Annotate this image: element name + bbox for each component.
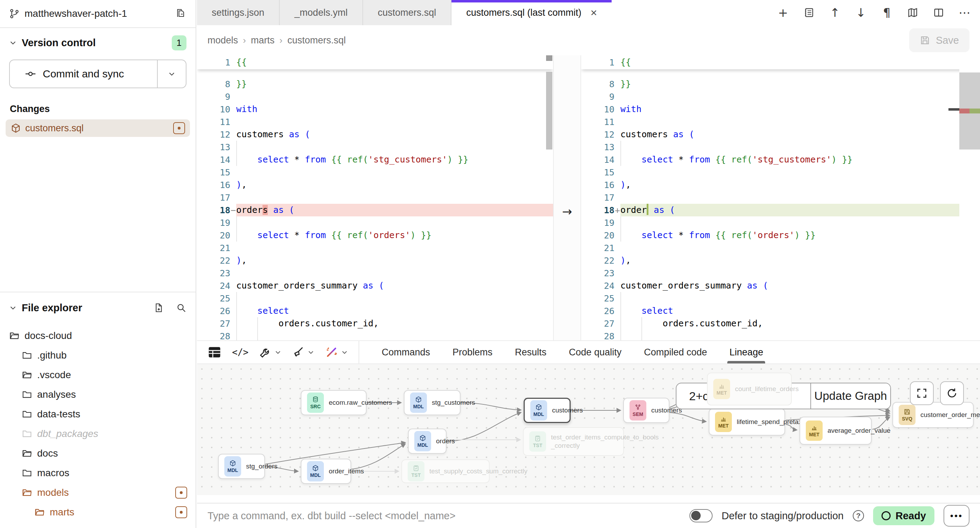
help-icon[interactable]: ?: [853, 510, 864, 521]
revert-change-arrow-icon[interactable]: →: [559, 204, 575, 219]
code-line-23[interactable]: 23: [581, 267, 980, 279]
more-options-icon[interactable]: ⋯: [957, 6, 972, 20]
lineage-node-order-items[interactable]: MDLorder_items: [301, 459, 351, 484]
panel-tab-lineage[interactable]: Lineage: [729, 341, 763, 363]
code-line-16[interactable]: 16),: [581, 179, 980, 191]
update-graph-button[interactable]: Update Graph: [810, 384, 890, 409]
copy-branch-icon[interactable]: [175, 8, 186, 19]
refresh-button[interactable]: [940, 381, 964, 405]
tree-item-dbt-packages[interactable]: dbt_packages: [0, 424, 196, 444]
defer-toggle[interactable]: [689, 509, 713, 522]
code-icon[interactable]: </>: [232, 347, 248, 357]
close-tab-icon[interactable]: ×: [590, 7, 597, 18]
tree-item-marts[interactable]: marts: [0, 503, 196, 522]
commit-and-sync-button[interactable]: Commit and sync: [9, 60, 186, 88]
code-line-19[interactable]: 19: [197, 216, 553, 229]
lineage-node-average-order-value[interactable]: METaverage_order_value: [800, 417, 872, 445]
code-line-17[interactable]: 17: [581, 191, 980, 204]
code-line-28[interactable]: 28: [581, 330, 980, 340]
lineage-node-orders-model[interactable]: MDLorders: [408, 428, 447, 454]
tree-item-vscode[interactable]: .vscode: [0, 365, 196, 385]
code-line-17[interactable]: 17: [197, 191, 553, 204]
lineage-node-ecom-raw-customers[interactable]: SRCecom.raw_customers: [301, 390, 367, 415]
code-line-25[interactable]: 25: [197, 292, 553, 304]
tab--models-yml[interactable]: _models.yml: [280, 0, 363, 25]
lineage-node-test-order-items[interactable]: TSTtest_order_items_compute_to_bools _co…: [523, 427, 624, 456]
commit-options-caret[interactable]: [157, 60, 186, 87]
fullscreen-button[interactable]: [910, 381, 934, 405]
code-line-14[interactable]: 14 select * from {{ ref('stg_customers')…: [197, 153, 553, 166]
lineage-node-customers-model[interactable]: MDLcustomers: [523, 398, 571, 423]
code-line-18[interactable]: 18−orders as (: [197, 204, 553, 216]
scroll-down-icon[interactable]: ↓: [853, 6, 869, 20]
code-line-11[interactable]: 11: [197, 116, 553, 128]
code-line-12[interactable]: 12customers as (: [581, 128, 980, 141]
lineage-node-customers-semantic[interactable]: SEMcustomers: [623, 398, 670, 423]
table-icon[interactable]: [207, 346, 221, 358]
code-line-22[interactable]: 22),: [581, 254, 980, 267]
tab-customers-sql[interactable]: customers.sql: [363, 0, 452, 25]
tree-item-docs[interactable]: docs: [0, 444, 196, 463]
lineage-node-count-lifetime-orders[interactable]: METcount_lifetime_orders: [707, 373, 792, 406]
left-editor-scrollbar[interactable]: [546, 55, 553, 340]
code-line-25[interactable]: 25: [581, 292, 980, 304]
tab-settings-json[interactable]: settings.json: [197, 0, 280, 25]
code-line-20[interactable]: 20 select * from {{ ref('orders') }}: [581, 229, 980, 242]
code-line-13[interactable]: 13: [581, 141, 980, 153]
panel-tab-compiled-code[interactable]: Compiled code: [644, 341, 707, 363]
code-line-16[interactable]: 16),: [197, 179, 553, 191]
ai-assist-menu[interactable]: [325, 346, 348, 359]
code-line-10[interactable]: 10with: [581, 103, 980, 116]
format-tools-menu[interactable]: [292, 346, 314, 358]
search-icon[interactable]: [176, 303, 186, 313]
file-explorer-header[interactable]: File explorer: [0, 292, 196, 323]
code-line-10[interactable]: 10with: [197, 103, 553, 116]
diff-editor-original[interactable]: 1{{ 8}}910with1112customers as (1314 sel…: [197, 55, 553, 340]
code-line-8[interactable]: 8}}: [581, 78, 980, 90]
code-line-11[interactable]: 11: [581, 116, 980, 128]
code-line-22[interactable]: 22),: [197, 254, 553, 267]
code-line-8[interactable]: 8}}: [197, 78, 553, 90]
lineage-node-stg-customers[interactable]: MDLstg_customers: [404, 390, 461, 415]
tree-item-data-tests[interactable]: data-tests: [0, 404, 196, 424]
code-line-14[interactable]: 14 select * from {{ ref('stg_customers')…: [581, 153, 980, 166]
tree-item-models[interactable]: models: [0, 483, 196, 503]
code-line-28[interactable]: 28: [197, 330, 553, 340]
code-line-23[interactable]: 23: [197, 267, 553, 279]
code-line-26[interactable]: 26 select: [197, 304, 553, 317]
code-line-12[interactable]: 12customers as (: [197, 128, 553, 141]
code-line-27[interactable]: 27 orders.customer_id,: [581, 317, 980, 330]
code-line-27[interactable]: 27 orders.customer_id,: [197, 317, 553, 330]
code-line-13[interactable]: 13: [197, 141, 553, 153]
tree-item-docs-cloud[interactable]: docs-cloud: [0, 326, 196, 346]
code-line-15[interactable]: 15: [197, 166, 553, 179]
panel-tab-results[interactable]: Results: [515, 341, 546, 363]
lineage-canvas[interactable]: SRCecom.raw_customersMDLstg_customersMDL…: [197, 364, 980, 503]
tree-item-github[interactable]: .github: [0, 346, 196, 365]
code-line-9[interactable]: 9: [581, 90, 980, 103]
minimap-icon[interactable]: [905, 7, 920, 18]
original-code[interactable]: 8}}910with1112customers as (1314 select …: [197, 69, 553, 340]
modified-code[interactable]: 8}}910with1112customers as (1314 select …: [581, 69, 980, 340]
changed-file-customers-sql[interactable]: customers.sql: [6, 119, 190, 137]
new-file-icon[interactable]: [154, 303, 164, 313]
diff-overview-ruler[interactable]: [959, 55, 980, 340]
panel-tab-commands[interactable]: Commands: [382, 341, 430, 363]
new-tab-icon[interactable]: +: [775, 6, 791, 20]
code-line-15[interactable]: 15: [581, 166, 980, 179]
split-editor-icon[interactable]: [931, 7, 947, 18]
lineage-node-stg-orders[interactable]: MDLstg_orders: [218, 454, 265, 479]
code-line-26[interactable]: 26 select: [581, 304, 980, 317]
code-line-19[interactable]: 19: [581, 216, 980, 229]
code-line-24[interactable]: 24customer_orders_summary as (: [581, 279, 980, 292]
code-line-24[interactable]: 24customer_orders_summary as (: [197, 279, 553, 292]
code-line-21[interactable]: 21: [197, 242, 553, 254]
panel-tab-code-quality[interactable]: Code quality: [569, 341, 621, 363]
save-button[interactable]: Save: [909, 29, 969, 52]
build-tools-menu[interactable]: [259, 346, 282, 358]
breadcrumb-models[interactable]: models: [207, 35, 238, 46]
pilcrow-icon[interactable]: ¶: [879, 6, 894, 20]
overflow-menu-button[interactable]: •••: [943, 505, 969, 526]
command-input[interactable]: Type a command, ex. dbt build --select <…: [207, 510, 689, 522]
code-line-20[interactable]: 20 select * from {{ ref('orders') }}: [197, 229, 553, 242]
